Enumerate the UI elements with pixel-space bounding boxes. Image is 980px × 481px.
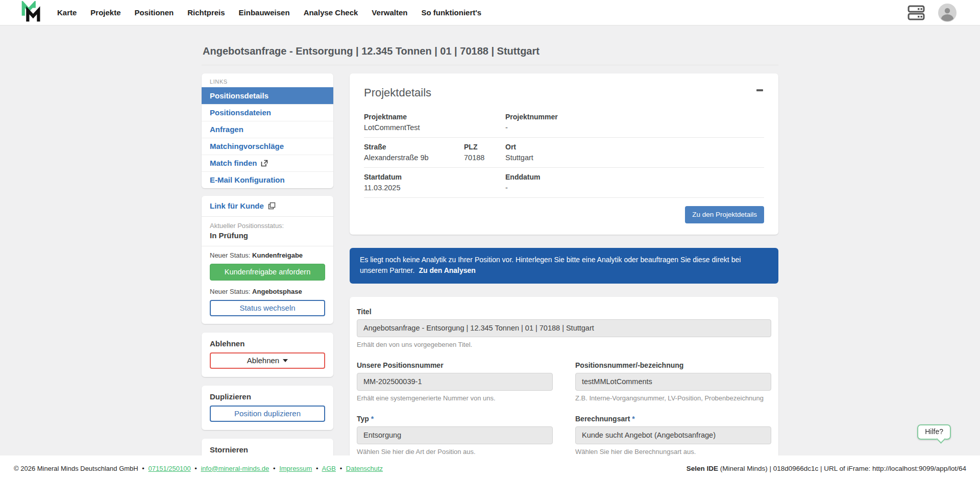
titel-input[interactable] bbox=[357, 319, 771, 337]
sidebar-item-label: Anfragen bbox=[210, 125, 243, 134]
footer-agb-link[interactable]: AGB bbox=[322, 465, 336, 472]
duplizieren-heading: Duplizieren bbox=[210, 392, 325, 401]
server-rack-icon[interactable] bbox=[908, 5, 925, 21]
unsere-positionsnummer-helper: Erhält eine systemgenerierte Nummer von … bbox=[357, 394, 553, 402]
stornieren-heading: Stornieren bbox=[210, 445, 325, 454]
position-form-card: Titel Erhält den von uns vorgegebenen Ti… bbox=[350, 297, 778, 481]
footer-datenschutz-link[interactable]: Datenschutz bbox=[346, 465, 383, 472]
main-content: Projektdetails Projektname LotCommentTes… bbox=[350, 73, 778, 481]
new-status-line-1: Neuer Status: Kundenfreigabe bbox=[210, 251, 325, 259]
status-wechseln-button[interactable]: Status wechseln bbox=[210, 300, 325, 316]
footer-impressum-link[interactable]: Impressum bbox=[279, 465, 312, 472]
new-status-line-2: Neuer Status: Angebotsphase bbox=[210, 288, 325, 295]
copy-icon bbox=[268, 202, 276, 210]
nav-item-karte[interactable]: Karte bbox=[57, 8, 77, 17]
ablehnen-heading: Ablehnen bbox=[210, 339, 325, 348]
sidebar-item-matchingvorschlaege[interactable]: Matchingvorschläge bbox=[202, 138, 333, 155]
footer-separator: • bbox=[142, 465, 144, 472]
typ-label: Typ * bbox=[357, 415, 553, 423]
typ-input[interactable] bbox=[357, 426, 553, 444]
links-header: LINKS bbox=[202, 73, 333, 87]
links-card: LINKS Positionsdetails Positionsdateien … bbox=[202, 73, 333, 188]
sidebar-item-anfragen[interactable]: Anfragen bbox=[202, 121, 333, 138]
required-asterisk: * bbox=[632, 415, 634, 423]
required-asterisk: * bbox=[371, 415, 374, 423]
current-status-value: In Prüfung bbox=[210, 231, 325, 240]
collapse-minus-icon[interactable] bbox=[755, 86, 764, 94]
nav-item-verwalten[interactable]: Verwalten bbox=[372, 8, 407, 17]
field-berechnungsart: Berechnungsart * Wählen Sie hier die Ber… bbox=[575, 415, 771, 455]
ablehnen-button-label: Ablehnen bbox=[247, 356, 279, 365]
kundenfreigabe-anfordern-button[interactable]: Kundenfreigabe anfordern bbox=[210, 264, 325, 281]
field-ort: Ort Stuttgart bbox=[505, 143, 764, 162]
avatar-icon[interactable] bbox=[938, 4, 957, 22]
positionsnummer-input[interactable] bbox=[575, 373, 771, 391]
main-nav: Karte Projekte Positionen Richtpreis Ein… bbox=[57, 8, 481, 17]
page-title: Angebotsanfrage - Entsorgung | 12.345 To… bbox=[202, 26, 778, 65]
project-row: Straße Alexanderstraße 9b PLZ 70188 Ort … bbox=[364, 138, 764, 168]
footer-email-link[interactable]: info@mineral-minds.de bbox=[201, 465, 269, 472]
field-startdatum: Startdatum 11.03.2025 bbox=[364, 173, 505, 192]
field-positionsnummer: Positionsnummer/-bezeichnung Z.B. Intern… bbox=[575, 361, 771, 402]
caret-down-icon bbox=[283, 359, 288, 362]
footer-separator: • bbox=[273, 465, 276, 472]
berechnungsart-input[interactable] bbox=[575, 426, 771, 444]
footer-ide-name: Selen IDE bbox=[687, 465, 718, 472]
hilfe-button[interactable]: Hilfe? bbox=[917, 424, 951, 440]
nav-item-analyse-check[interactable]: Analyse Check bbox=[304, 8, 358, 17]
sidebar-item-label: Match finden bbox=[210, 159, 257, 167]
nav-item-so-funktionierts[interactable]: So funktioniert's bbox=[421, 8, 481, 17]
project-row: Projektname LotCommentTest Projektnummer… bbox=[364, 108, 764, 138]
zu-den-projektdetails-button[interactable]: Zu den Projektdetails bbox=[685, 206, 764, 223]
positionsnummer-helper: Z.B. Interne-Vorgangsnummer, LV-Position… bbox=[575, 394, 771, 402]
projektdetails-card: Projektdetails Projektname LotCommentTes… bbox=[350, 73, 778, 235]
project-row: Startdatum 11.03.2025 Enddatum - bbox=[364, 168, 764, 198]
sidebar-item-label: Positionsdetails bbox=[210, 91, 268, 100]
footer-left: © 2026 Mineral Minds Deutschland GmbH • … bbox=[14, 465, 383, 472]
footer: © 2026 Mineral Minds Deutschland GmbH • … bbox=[0, 455, 980, 481]
field-enddatum: Enddatum - bbox=[505, 173, 764, 192]
ablehnen-card: Ablehnen Ablehnen bbox=[202, 333, 333, 377]
footer-ide-info: (Mineral Minds) | 018d0966dc1c | URL of … bbox=[718, 465, 966, 472]
footer-separator: • bbox=[340, 465, 342, 472]
sidebar-item-match-finden[interactable]: Match finden bbox=[202, 155, 333, 171]
footer-phone-link[interactable]: 07151/250100 bbox=[149, 465, 191, 472]
footer-separator: • bbox=[316, 465, 318, 472]
footer-right: Selen IDE (Mineral Minds) | 018d0966dc1c… bbox=[687, 465, 966, 472]
titel-label: Titel bbox=[357, 308, 771, 316]
analytik-info-banner: Es liegt noch keine Analytik zu Ihrer Po… bbox=[350, 248, 778, 284]
sidebar-item-label: E-Mail Konfiguration bbox=[210, 175, 285, 184]
mineral-minds-logo[interactable] bbox=[20, 1, 43, 24]
footer-copyright: © 2026 Mineral Minds Deutschland GmbH bbox=[14, 465, 138, 472]
sidebar-item-positionsdetails[interactable]: Positionsdetails bbox=[202, 87, 333, 104]
duplizieren-card: Duplizieren Position duplizieren bbox=[202, 386, 333, 430]
footer-separator: • bbox=[194, 465, 197, 472]
field-typ: Typ * Wählen Sie hier die Art der Positi… bbox=[357, 415, 553, 455]
titel-helper: Erhält den von uns vorgegebenen Titel. bbox=[357, 341, 771, 348]
nav-item-positionen[interactable]: Positionen bbox=[135, 8, 174, 17]
ablehnen-button[interactable]: Ablehnen bbox=[210, 352, 325, 369]
sidebar-item-label: Positionsdateien bbox=[210, 108, 271, 117]
field-projektnummer: Projektnummer - bbox=[505, 113, 764, 132]
field-projektname: Projektname LotCommentTest bbox=[364, 113, 505, 132]
nav-item-projekte[interactable]: Projekte bbox=[90, 8, 120, 17]
typ-helper: Wählen Sie hier die Art der Position aus… bbox=[357, 448, 553, 455]
top-nav: Karte Projekte Positionen Richtpreis Ein… bbox=[0, 0, 980, 26]
unsere-positionsnummer-input[interactable] bbox=[357, 373, 553, 391]
link-fuer-kunde[interactable]: Link für Kunde bbox=[202, 196, 333, 216]
mineral-minds-logo-icon bbox=[20, 1, 43, 24]
nav-item-einbauweisen[interactable]: Einbauweisen bbox=[239, 8, 290, 17]
projektdetails-title: Projektdetails bbox=[364, 86, 431, 99]
positionsnummer-label: Positionsnummer/-bezeichnung bbox=[575, 361, 771, 369]
external-link-icon bbox=[261, 160, 268, 167]
link-fuer-kunde-label: Link für Kunde bbox=[210, 201, 264, 210]
position-duplizieren-button[interactable]: Position duplizieren bbox=[210, 406, 325, 422]
sidebar-item-email-konfiguration[interactable]: E-Mail Konfiguration bbox=[202, 171, 333, 188]
nav-item-richtpreis[interactable]: Richtpreis bbox=[187, 8, 225, 17]
berechnungsart-helper: Wählen Sie hier die Berechnungsart aus. bbox=[575, 448, 771, 455]
sidebar: LINKS Positionsdetails Positionsdateien … bbox=[202, 73, 333, 481]
berechnungsart-label: Berechnungsart * bbox=[575, 415, 771, 423]
zu-den-analysen-link[interactable]: Zu den Analysen bbox=[419, 266, 476, 274]
sidebar-item-positionsdateien[interactable]: Positionsdateien bbox=[202, 104, 333, 121]
unsere-positionsnummer-label: Unsere Positionsnummer bbox=[357, 361, 553, 369]
